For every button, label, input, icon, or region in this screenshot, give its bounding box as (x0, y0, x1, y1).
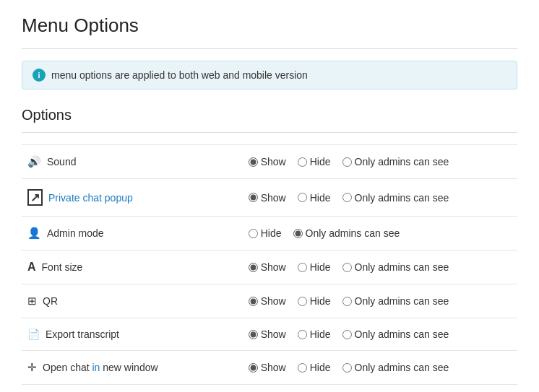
radio-option-admin-mode-hide[interactable]: Hide (249, 227, 282, 239)
radio-option-qr-show[interactable]: Show (249, 295, 286, 307)
option-name-cell-open-chat-window: ✛Open chat in new window (22, 351, 243, 385)
radio-option-sound-hide[interactable]: Hide (298, 156, 331, 167)
option-label-sound: Sound (47, 156, 76, 167)
option-label-open-chat-window: Open chat in new window (43, 362, 158, 373)
option-controls-cell-admin-mode: HideOnly admins can see (243, 217, 517, 251)
radio-input-sound-show[interactable] (249, 157, 258, 167)
radio-option-export-transcript-only-admins-can-see[interactable]: Only admins can see (342, 328, 449, 340)
radio-option-font-size-show[interactable]: Show (249, 261, 286, 273)
section-divider (22, 132, 517, 133)
radio-input-font-size-show[interactable] (249, 263, 258, 272)
radio-input-sound-hide[interactable] (298, 157, 307, 167)
radio-label-private-chat-popup-show: Show (261, 192, 286, 204)
option-row-open-chat-window: ✛Open chat in new windowShowHideOnly adm… (22, 351, 517, 385)
radio-label-sound-only-admins-can-see: Only admins can see (355, 156, 449, 167)
option-label-admin-mode: Admin mode (47, 227, 104, 239)
option-controls-cell-open-chat-window: ShowHideOnly admins can see (243, 351, 517, 385)
radio-input-admin-mode-only-admins-can-see[interactable] (293, 229, 303, 238)
radio-option-export-transcript-hide[interactable]: Hide (298, 328, 331, 340)
option-name-cell-export-transcript: 📄Export transcript (22, 318, 243, 351)
radio-option-qr-hide[interactable]: Hide (298, 295, 331, 307)
options-table: 🔊SoundShowHideOnly admins can see↗Privat… (22, 144, 517, 385)
private-chat-icon: ↗ (27, 189, 43, 206)
radio-input-open-chat-window-only-admins-can-see[interactable] (342, 363, 352, 373)
radio-input-open-chat-window-show[interactable] (249, 363, 258, 373)
admin-mode-icon: 👤 (27, 227, 41, 240)
option-label-font-size: Font size (42, 261, 83, 273)
option-row-sound: 🔊SoundShowHideOnly admins can see (22, 145, 517, 179)
radio-label-qr-show: Show (261, 295, 286, 307)
radio-label-qr-only-admins-can-see: Only admins can see (355, 295, 449, 307)
radio-label-private-chat-popup-only-admins-can-see: Only admins can see (355, 192, 449, 204)
radio-input-export-transcript-only-admins-can-see[interactable] (342, 330, 352, 339)
radio-group-open-chat-window: ShowHideOnly admins can see (249, 362, 512, 373)
radio-option-open-chat-window-show[interactable]: Show (249, 362, 286, 373)
radio-option-sound-show[interactable]: Show (249, 156, 286, 167)
page-title: Menu Options (22, 14, 517, 37)
radio-input-qr-hide[interactable] (298, 297, 307, 306)
radio-option-open-chat-window-only-admins-can-see[interactable]: Only admins can see (342, 362, 449, 373)
radio-input-admin-mode-hide[interactable] (249, 229, 258, 238)
radio-input-private-chat-popup-hide[interactable] (298, 193, 307, 202)
radio-option-admin-mode-only-admins-can-see[interactable]: Only admins can see (293, 227, 400, 239)
radio-input-qr-only-admins-can-see[interactable] (342, 297, 352, 306)
radio-label-font-size-only-admins-can-see: Only admins can see (355, 261, 449, 273)
radio-input-open-chat-window-hide[interactable] (298, 363, 307, 373)
option-row-admin-mode: 👤Admin modeHideOnly admins can see (22, 217, 517, 251)
radio-label-admin-mode-only-admins-can-see: Only admins can see (306, 227, 400, 239)
radio-label-export-transcript-hide: Hide (310, 328, 331, 340)
radio-group-qr: ShowHideOnly admins can see (249, 295, 512, 307)
radio-option-private-chat-popup-only-admins-can-see[interactable]: Only admins can see (342, 192, 449, 204)
radio-input-sound-only-admins-can-see[interactable] (342, 157, 352, 167)
option-row-qr: ⊞QRShowHideOnly admins can see (22, 284, 517, 318)
option-label-private-chat-popup: Private chat popup (48, 192, 133, 204)
radio-option-private-chat-popup-show[interactable]: Show (249, 192, 286, 204)
radio-label-admin-mode-hide: Hide (261, 227, 282, 239)
radio-option-export-transcript-show[interactable]: Show (249, 328, 286, 340)
radio-label-font-size-hide: Hide (310, 261, 331, 273)
radio-group-admin-mode: HideOnly admins can see (249, 227, 512, 239)
radio-input-font-size-only-admins-can-see[interactable] (342, 263, 352, 272)
radio-group-private-chat-popup: ShowHideOnly admins can see (249, 192, 512, 204)
option-label-export-transcript: Export transcript (46, 328, 119, 340)
option-name-cell-font-size: AFont size (22, 251, 243, 284)
radio-label-open-chat-window-only-admins-can-see: Only admins can see (355, 362, 449, 373)
open-window-icon: ✛ (27, 361, 37, 374)
radio-group-font-size: ShowHideOnly admins can see (249, 261, 512, 273)
radio-input-export-transcript-show[interactable] (249, 330, 258, 339)
option-name-cell-sound: 🔊Sound (22, 145, 243, 179)
radio-option-private-chat-popup-hide[interactable]: Hide (298, 192, 331, 204)
radio-input-private-chat-popup-show[interactable] (249, 193, 258, 202)
radio-label-font-size-show: Show (261, 261, 286, 273)
option-name-cell-admin-mode: 👤Admin mode (22, 217, 243, 251)
option-row-font-size: AFont sizeShowHideOnly admins can see (22, 251, 517, 284)
title-divider (22, 48, 517, 49)
radio-label-sound-show: Show (261, 156, 286, 167)
radio-option-open-chat-window-hide[interactable]: Hide (298, 362, 331, 373)
radio-label-qr-hide: Hide (310, 295, 331, 307)
option-controls-cell-font-size: ShowHideOnly admins can see (243, 251, 517, 284)
radio-label-private-chat-popup-hide: Hide (310, 192, 331, 204)
option-controls-cell-qr: ShowHideOnly admins can see (243, 284, 517, 318)
option-row-export-transcript: 📄Export transcriptShowHideOnly admins ca… (22, 318, 517, 351)
radio-label-sound-hide: Hide (310, 156, 331, 167)
radio-group-sound: ShowHideOnly admins can see (249, 156, 512, 167)
option-label-qr: QR (43, 295, 58, 307)
radio-input-font-size-hide[interactable] (298, 263, 307, 272)
radio-label-export-transcript-show: Show (261, 328, 286, 340)
radio-input-private-chat-popup-only-admins-can-see[interactable] (342, 193, 352, 202)
radio-option-sound-only-admins-can-see[interactable]: Only admins can see (342, 156, 449, 167)
option-name-cell-private-chat-popup: ↗Private chat popup (22, 179, 243, 217)
radio-option-font-size-only-admins-can-see[interactable]: Only admins can see (342, 261, 449, 273)
export-icon: 📄 (27, 328, 40, 340)
option-row-private-chat-popup: ↗Private chat popupShowHideOnly admins c… (22, 179, 517, 217)
radio-option-font-size-hide[interactable]: Hide (298, 261, 331, 273)
info-icon: i (33, 69, 46, 82)
radio-input-export-transcript-hide[interactable] (298, 330, 307, 339)
radio-option-qr-only-admins-can-see[interactable]: Only admins can see (342, 295, 449, 307)
qr-icon: ⊞ (27, 295, 37, 308)
option-controls-cell-private-chat-popup: ShowHideOnly admins can see (243, 179, 517, 217)
radio-input-qr-show[interactable] (249, 297, 258, 306)
section-title: Options (22, 107, 517, 123)
option-name-cell-qr: ⊞QR (22, 284, 243, 318)
